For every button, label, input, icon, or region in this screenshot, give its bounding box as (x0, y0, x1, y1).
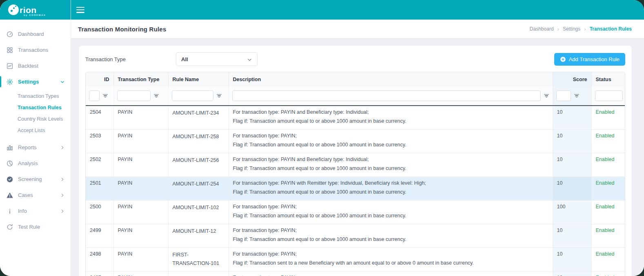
breadcrumb-item-settings[interactable]: Settings (563, 26, 580, 32)
analysis-icon (6, 160, 13, 167)
sidebar: rion by CODEMAX DashboardTransactionsBac… (0, 0, 71, 276)
table-row[interactable]: 2500PAYINAMOUNT-LIMIT-102For transaction… (86, 201, 625, 224)
filter-input-score[interactable] (556, 91, 571, 101)
table-row[interactable]: 2501PAYINAMOUNT-LIMIT-254For transaction… (86, 177, 625, 201)
filter-funnel-icon[interactable] (102, 93, 108, 98)
column-header-desc[interactable]: Description (229, 72, 553, 86)
cell-desc: For transaction type: PAYIN;Flag if: Tra… (229, 248, 553, 272)
sidebar-item-reports[interactable]: Reports (0, 139, 71, 155)
cell-desc: For transaction type: PAYIN;Flag if: Tra… (229, 272, 553, 276)
description-line: Flag if: Transaction amount equal to or … (233, 165, 549, 172)
cell-desc: For transaction type: PAYIN;Flag if: Tra… (229, 201, 553, 224)
sidebar-item-label: Transactions (18, 47, 48, 53)
table-row[interactable]: 2497PAYINFRST-TRANSACTION-101For transac… (86, 272, 625, 276)
cell-status: Enabled (591, 177, 625, 201)
table-row[interactable]: 2503PAYINAMOUNT-LIMIT-258For transaction… (86, 130, 625, 153)
column-header-status[interactable]: Status (591, 72, 625, 86)
app-window: rion by CODEMAX DashboardTransactionsBac… (0, 0, 644, 276)
cell-rule: AMOUNT-LIMIT-256 (168, 153, 229, 177)
filter-funnel-icon[interactable] (544, 93, 549, 98)
breadcrumb-item-transaction-rules: Transaction Rules (590, 26, 632, 32)
sidebar-item-label: Reports (18, 144, 37, 150)
screening-icon (6, 176, 13, 183)
sidebar-item-label: Screening (18, 176, 42, 182)
rules-table-wrap: IDTransaction TypeRule NameDescriptionSc… (85, 72, 625, 276)
sidebar-item-dashboard[interactable]: Dashboard (0, 26, 71, 42)
cell-score: 100 (553, 201, 591, 224)
sidebar-item-test-rule[interactable]: Test Rule (0, 219, 71, 235)
sidebar-item-settings[interactable]: Settings (0, 74, 71, 90)
cell-type: PAYIN (113, 201, 168, 224)
table-filter-row (86, 86, 625, 106)
cell-rule: AMOUNT-LIMIT-12 (168, 224, 229, 248)
description-line: For transaction type: PAYIN; (233, 274, 549, 276)
sidebar-item-label: Backtest (18, 63, 38, 69)
column-header-type[interactable]: Transaction Type (113, 72, 168, 86)
sidebar-subitem-country-risk-levels[interactable]: Country Risk Levels (0, 113, 71, 125)
filter-input-desc[interactable] (232, 91, 541, 101)
table-row[interactable]: 2504PAYINAMOUNT-LIMIT-234For transaction… (86, 106, 625, 130)
cell-type: PAYIN (113, 177, 168, 201)
cases-icon (6, 192, 13, 199)
logo[interactable]: rion by CODEMAX (0, 0, 71, 20)
sidebar-subitem-transaction-types[interactable]: Transaction Types (0, 91, 71, 102)
filter-funnel-icon[interactable] (574, 93, 580, 98)
chevron-right-icon (60, 193, 65, 198)
sidebar-item-label: Dashboard (18, 31, 44, 37)
sidebar-item-analysis[interactable]: Analysis (0, 155, 71, 171)
filter-input-type[interactable] (117, 91, 151, 101)
page-title: Transaction Monitoring Rules (78, 26, 166, 33)
table-row[interactable]: 2502PAYINAMOUNT-LIMIT-256For transaction… (86, 153, 625, 177)
filter-input-status[interactable] (595, 91, 623, 101)
sidebar-item-info[interactable]: Info (0, 203, 71, 219)
cell-id: 2503 (86, 130, 113, 153)
cell-desc: For transaction type: PAYIN and Benefici… (229, 153, 553, 177)
cell-type: PAYIN (113, 106, 168, 130)
filter-input-id[interactable] (89, 91, 100, 101)
main-area: Transaction Monitoring Rules Dashboard›S… (71, 0, 644, 276)
cell-rule: AMOUNT-LIMIT-254 (168, 177, 229, 201)
sidebar-item-screening[interactable]: Screening (0, 171, 71, 187)
cell-rule: FRST-TRANSACTION-101 (168, 272, 229, 276)
sidebar-item-backtest[interactable]: Backtest (0, 58, 71, 74)
filter-cell-rule (168, 86, 229, 106)
table-header-row: IDTransaction TypeRule NameDescriptionSc… (86, 72, 625, 86)
sidebar-item-transactions[interactable]: Transactions (0, 42, 71, 58)
sidebar-item-label: Analysis (18, 160, 38, 166)
cell-rule: FIRST-TRANSACTION-101 (168, 248, 229, 272)
chevron-down-icon (247, 57, 252, 62)
filter-funnel-icon[interactable] (216, 93, 222, 98)
sidebar-item-label: Info (18, 208, 27, 214)
cell-status: Enabled (591, 201, 625, 224)
description-line: For transaction type: PAYIN with Remitte… (233, 180, 549, 186)
table-row[interactable]: 2499PAYINAMOUNT-LIMIT-12For transaction … (86, 224, 625, 248)
description-line: Flag if: Transaction amount equal to or … (233, 189, 549, 195)
reports-icon (6, 144, 13, 151)
hamburger-menu-icon[interactable] (76, 7, 84, 13)
sidebar-item-cases[interactable]: Cases (0, 187, 71, 203)
column-header-score[interactable]: Score (553, 72, 591, 86)
table-row[interactable]: 2498PAYINFIRST-TRANSACTION-101For transa… (86, 248, 625, 272)
breadcrumb-item-dashboard[interactable]: Dashboard (530, 26, 554, 32)
info-icon (6, 208, 13, 215)
cell-score: 10 (553, 248, 591, 272)
sidebar-item-label: Settings (18, 79, 39, 85)
column-header-rule[interactable]: Rule Name (168, 72, 229, 86)
filter-input-rule[interactable] (172, 91, 213, 101)
sidebar-subitem-accept-lists[interactable]: Accept Lists (0, 125, 71, 136)
backtest-icon (6, 62, 13, 70)
cell-status: Enabled (591, 106, 625, 130)
filter-cell-desc (229, 86, 553, 106)
description-line: For transaction type: PAYIN; (233, 251, 549, 257)
cell-desc: For transaction type: PAYIN and Benefici… (229, 106, 553, 130)
filter-funnel-icon[interactable] (153, 93, 159, 98)
sidebar-subitem-transaction-rules[interactable]: Transaction Rules (0, 102, 71, 113)
cell-type: PAYIN (113, 272, 168, 276)
cell-status: Enabled (591, 272, 625, 276)
filter-cell-score (553, 86, 591, 106)
cell-score: 10 (553, 177, 591, 201)
add-transaction-rule-button[interactable]: Add Transaction Rule (554, 53, 625, 66)
column-header-id[interactable]: ID (86, 72, 113, 86)
description-line: For transaction type: PAYIN and Benefici… (233, 156, 549, 163)
transaction-type-select[interactable]: All (176, 52, 258, 66)
